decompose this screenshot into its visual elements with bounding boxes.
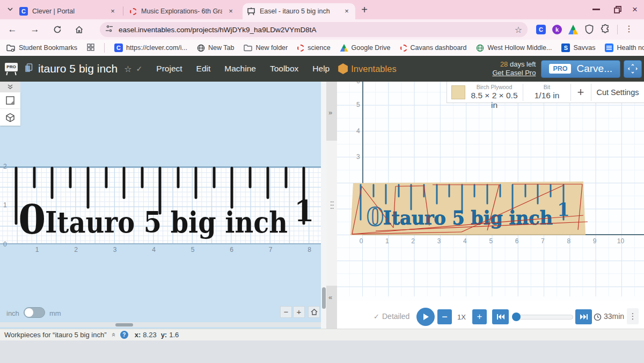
- kami-extension-icon[interactable]: k: [552, 25, 562, 34]
- easel-icon: [247, 7, 255, 16]
- bookmark-item[interactable]: Student Bookmarks: [6, 44, 77, 52]
- menu-machine[interactable]: Machine: [224, 64, 256, 74]
- design-one[interactable]: 1: [294, 194, 314, 228]
- ruler-design[interactable]: 0Itauro 5 big inch1: [0, 82, 326, 329]
- horizontal-scrollbar[interactable]: [0, 322, 321, 327]
- horizontal-scrollbar-thumb[interactable]: [115, 323, 133, 326]
- speed-up-button[interactable]: +: [472, 309, 487, 324]
- cursor-y-label: y:: [161, 331, 167, 339]
- extensions-puzzle-icon[interactable]: [601, 24, 610, 35]
- home-icon[interactable]: [72, 23, 86, 37]
- collapse-left-chevron[interactable]: «: [328, 293, 332, 301]
- menu-project[interactable]: Project: [156, 64, 182, 74]
- zoom-home-button[interactable]: [308, 306, 320, 318]
- menu-help[interactable]: Help: [312, 64, 330, 74]
- add-bit-button[interactable]: +: [570, 82, 591, 103]
- cube-3d-tool-icon[interactable]: [0, 109, 20, 126]
- bookmark-item[interactable]: science: [297, 44, 330, 52]
- material-info[interactable]: Birch Plywood 8.5 × 2 × 0.5 in: [467, 84, 521, 110]
- bookmark-item[interactable]: Chttps://clever.com/i...: [114, 43, 187, 52]
- sim-menu-kebab-icon[interactable]: ⋮: [627, 308, 639, 324]
- tab-close-icon[interactable]: ×: [108, 7, 117, 16]
- material-bar: Birch Plywood 8.5 × 2 × 0.5 in Bit 1/16 …: [447, 82, 644, 103]
- inventables-brand[interactable]: Inventables: [338, 63, 396, 74]
- bookmark-item[interactable]: Health notebook: [605, 43, 644, 52]
- sim-progress-slider[interactable]: [513, 315, 573, 320]
- speed-down-button[interactable]: −: [437, 309, 452, 324]
- splitter-drag-handle[interactable]: [330, 201, 334, 211]
- clever-extension-icon[interactable]: C: [536, 25, 546, 34]
- browser-tab[interactable]: Easel - itauro 5 big inch×: [243, 3, 355, 19]
- skip-to-start-button[interactable]: [492, 309, 509, 324]
- browser-tab[interactable]: Music Explorations- 6th Grade×: [126, 3, 239, 19]
- help-icon[interactable]: ?: [120, 331, 128, 339]
- expand-right-chevron[interactable]: »: [328, 108, 332, 117]
- favorite-star-icon[interactable]: ☆: [124, 64, 131, 74]
- collapse-tools-button[interactable]: [0, 82, 20, 92]
- browser-tab[interactable]: CClever | Portal×: [15, 3, 121, 19]
- shield-extension-icon[interactable]: [584, 24, 594, 36]
- vertical-scrollbar-thumb[interactable]: [322, 287, 326, 309]
- bit-size: 1/16 in: [525, 91, 569, 100]
- carve-button[interactable]: PRO Carve...: [541, 60, 620, 78]
- panel-splitter[interactable]: » «: [326, 82, 337, 329]
- import-tool-icon[interactable]: [0, 92, 20, 109]
- bookmark-item[interactable]: West Hollow Middle...: [476, 44, 552, 52]
- material-swatch[interactable]: [451, 85, 465, 99]
- window-close-button[interactable]: ×: [632, 4, 638, 15]
- clock-icon: [594, 313, 602, 323]
- bookmark-item[interactable]: SSavvas: [561, 43, 595, 52]
- left-x-axis-label: 5: [189, 246, 196, 253]
- apps-grid-icon[interactable]: [87, 43, 94, 53]
- sim-slider-knob[interactable]: [512, 313, 521, 321]
- menu-toolbox[interactable]: Toolbox: [270, 64, 298, 74]
- notebook-icon: [605, 43, 613, 52]
- window-minimize-button[interactable]: [592, 9, 600, 10]
- zoom-out-button[interactable]: −: [280, 306, 292, 318]
- play-button[interactable]: [416, 308, 435, 326]
- fullscreen-toggle-button[interactable]: [624, 60, 642, 78]
- url-bar[interactable]: easel.inventables.com/projects/hWjDYk9_h…: [100, 22, 528, 37]
- bookmark-item[interactable]: Cavans dashboard: [400, 44, 467, 52]
- tab-close-icon[interactable]: ×: [226, 7, 235, 16]
- material-name: Birch Plywood: [467, 84, 521, 90]
- cut-settings-button[interactable]: Cut Settings: [591, 82, 644, 103]
- bookmark-item[interactable]: New folder: [244, 44, 288, 52]
- site-settings-icon[interactable]: [105, 25, 113, 34]
- bookmark-star-icon[interactable]: ☆: [515, 25, 522, 35]
- zoom-in-button[interactable]: +: [293, 306, 305, 318]
- tab-title: Easel - itauro 5 big inch: [260, 8, 338, 15]
- reload-icon[interactable]: [50, 23, 64, 37]
- left-x-axis-label: 7: [267, 246, 274, 253]
- expand-arrows-icon: [627, 63, 638, 74]
- preview-panel[interactable]: 0Itauro 5 big inch1 Birch Plywood 8.5 × …: [337, 82, 644, 329]
- unit-toggle[interactable]: [24, 307, 45, 318]
- duplicate-project-icon[interactable]: [25, 63, 33, 74]
- design-zero[interactable]: 0: [18, 197, 46, 243]
- tab-close-icon[interactable]: ×: [342, 7, 351, 16]
- chromeos-shelf: Desk 1: [0, 340, 644, 363]
- tab-search-chevron-icon[interactable]: [6, 5, 14, 14]
- get-easel-pro-link[interactable]: Get Easel Pro: [492, 69, 536, 77]
- bookmark-item[interactable]: New Tab: [197, 44, 234, 52]
- google-drive-extension-icon[interactable]: [568, 25, 578, 34]
- project-title[interactable]: itauro 5 big inch: [38, 62, 118, 75]
- unit-toggle-knob[interactable]: [25, 308, 33, 317]
- menu-edit[interactable]: Edit: [196, 64, 211, 74]
- browser-menu-kebab-icon[interactable]: ⋮: [625, 24, 633, 34]
- back-icon[interactable]: ←: [5, 23, 19, 37]
- bookmark-item[interactable]: Google Drive: [340, 44, 391, 52]
- wood-design-zero: 0: [367, 202, 384, 231]
- collapse-up-chevron[interactable]: »: [109, 333, 117, 337]
- vertical-scrollbar[interactable]: [321, 82, 326, 329]
- right-x-axis-label: 9: [591, 237, 598, 245]
- window-restore-button[interactable]: [614, 6, 621, 15]
- workpieces-label[interactable]: Workpieces for “itauro 5 big inch”: [4, 331, 107, 339]
- detail-mode-label[interactable]: Detailed: [382, 312, 409, 321]
- bit-info[interactable]: Bit 1/16 in: [525, 84, 569, 100]
- forward-icon[interactable]: →: [28, 23, 42, 37]
- design-panel[interactable]: 0Itauro 5 big inch1 inch mm − +: [0, 82, 326, 329]
- new-tab-button[interactable]: +: [357, 3, 371, 17]
- skip-to-end-button[interactable]: [575, 309, 592, 324]
- design-text[interactable]: Itauro 5 big inch: [45, 205, 288, 239]
